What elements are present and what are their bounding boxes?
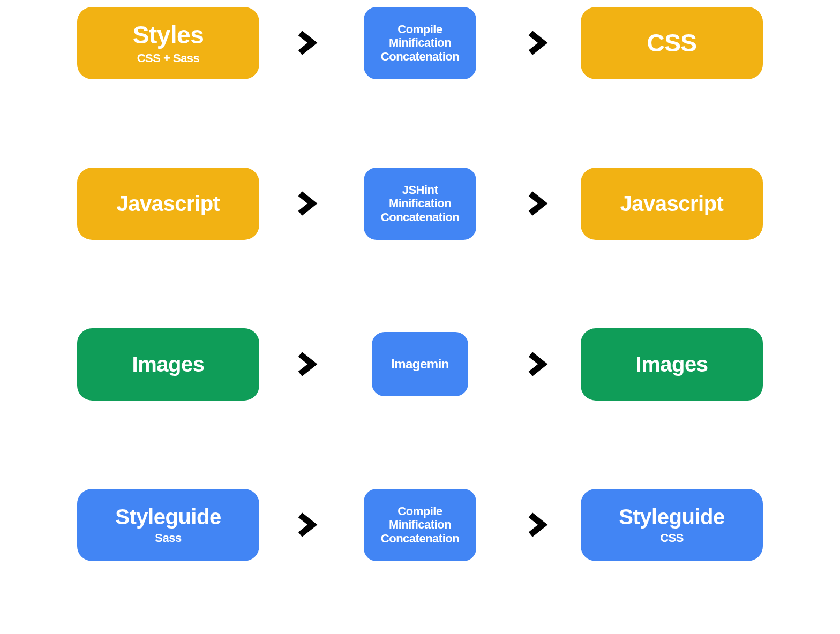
process-line: Minification xyxy=(389,36,451,49)
output-title: CSS xyxy=(647,29,696,57)
process-box-styleguide: Compile Minification Concatenation xyxy=(364,489,476,561)
input-box-images: Images xyxy=(77,328,259,401)
process-box-javascript: JSHint Minification Concatenation xyxy=(364,168,476,240)
process-line: Minification xyxy=(389,197,451,210)
input-box-styles: Styles CSS + Sass xyxy=(77,7,259,79)
process-line: Concatenation xyxy=(381,50,459,63)
input-title: Styleguide xyxy=(115,504,221,529)
input-box-javascript: Javascript xyxy=(77,168,259,240)
output-box-images: Images xyxy=(581,328,763,401)
input-box-styleguide: Styleguide Sass xyxy=(77,489,259,561)
output-box-styleguide: Styleguide CSS xyxy=(581,489,763,561)
pipeline-row-javascript: Javascript JSHint Minification Concatena… xyxy=(77,161,763,246)
input-title: Images xyxy=(132,352,205,376)
chevron-right-icon xyxy=(283,182,326,225)
process-line: Concatenation xyxy=(381,210,459,224)
process-line: Concatenation xyxy=(381,532,459,545)
input-title: Javascript xyxy=(117,191,220,216)
process-box-images: Imagemin xyxy=(372,332,468,396)
process-line: Minification xyxy=(389,518,451,531)
pipeline-row-styles: Styles CSS + Sass Compile Minification C… xyxy=(77,0,763,86)
chevron-right-icon xyxy=(283,21,326,64)
pipeline-row-styleguide: Styleguide Sass Compile Minification Con… xyxy=(77,482,763,568)
chevron-right-icon xyxy=(514,343,557,386)
process-line: JSHint xyxy=(402,183,438,197)
chevron-right-icon xyxy=(514,503,557,546)
chevron-right-icon xyxy=(283,503,326,546)
pipeline-row-images: Images Imagemin Images xyxy=(77,321,763,407)
process-box-styles: Compile Minification Concatenation xyxy=(364,7,476,79)
process-line: Compile xyxy=(398,22,442,36)
input-subtitle: CSS + Sass xyxy=(137,51,200,65)
chevron-right-icon xyxy=(514,182,557,225)
chevron-right-icon xyxy=(514,21,557,64)
input-title: Styles xyxy=(133,21,204,49)
process-line: Imagemin xyxy=(391,357,449,372)
chevron-right-icon xyxy=(283,343,326,386)
input-subtitle: Sass xyxy=(155,531,181,545)
output-title: Styleguide xyxy=(619,504,724,529)
output-title: Javascript xyxy=(620,191,724,216)
output-box-css: CSS xyxy=(581,7,763,79)
output-subtitle: CSS xyxy=(660,531,684,545)
process-line: Compile xyxy=(398,504,442,518)
output-title: Images xyxy=(636,352,708,376)
output-box-javascript: Javascript xyxy=(581,168,763,240)
